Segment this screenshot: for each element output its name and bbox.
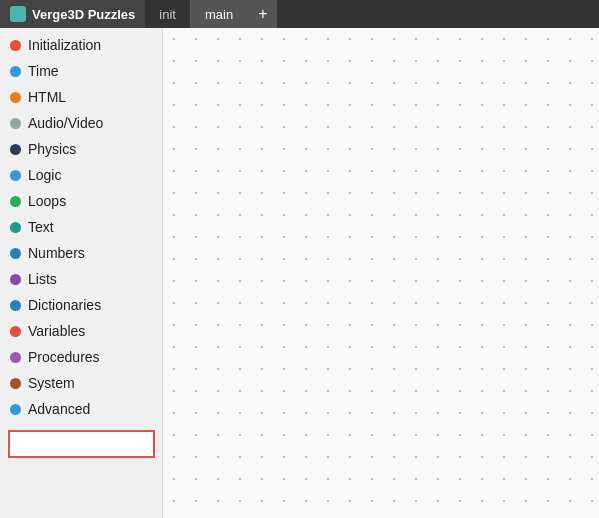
initialization-dot [10, 40, 21, 51]
text-label: Text [28, 219, 54, 235]
sidebar-item-dictionaries[interactable]: Dictionaries [0, 292, 162, 318]
sidebar-item-physics[interactable]: Physics [0, 136, 162, 162]
sidebar-item-logic[interactable]: Logic [0, 162, 162, 188]
logic-dot [10, 170, 21, 181]
loops-dot [10, 196, 21, 207]
logo-icon [10, 6, 26, 22]
lists-label: Lists [28, 271, 57, 287]
system-label: System [28, 375, 75, 391]
sidebar-item-initialization[interactable]: Initialization [0, 32, 162, 58]
advanced-dot [10, 404, 21, 415]
procedures-label: Procedures [28, 349, 100, 365]
sidebar-item-procedures[interactable]: Procedures [0, 344, 162, 370]
sidebar-item-text[interactable]: Text [0, 214, 162, 240]
sidebar-item-variables[interactable]: Variables [0, 318, 162, 344]
procedures-dot [10, 352, 21, 363]
text-dot [10, 222, 21, 233]
system-dot [10, 378, 21, 389]
sidebar: InitializationTimeHTMLAudio/VideoPhysics… [0, 28, 163, 518]
variables-label: Variables [28, 323, 85, 339]
sidebar-item-time[interactable]: Time [0, 58, 162, 84]
search-container [0, 422, 162, 466]
time-label: Time [28, 63, 59, 79]
top-bar: Verge3D Puzzles init main + [0, 0, 599, 28]
numbers-dot [10, 248, 21, 259]
sidebar-item-audio-video[interactable]: Audio/Video [0, 110, 162, 136]
audio-video-dot [10, 118, 21, 129]
logic-label: Logic [28, 167, 61, 183]
app-logo: Verge3D Puzzles [0, 0, 145, 28]
initialization-label: Initialization [28, 37, 101, 53]
svg-marker-1 [15, 11, 21, 17]
sidebar-item-html[interactable]: HTML [0, 84, 162, 110]
dictionaries-dot [10, 300, 21, 311]
sidebar-item-advanced[interactable]: Advanced [0, 396, 162, 422]
app-title: Verge3D Puzzles [32, 7, 135, 22]
tab-init[interactable]: init [145, 0, 191, 28]
sidebar-item-numbers[interactable]: Numbers [0, 240, 162, 266]
variables-dot [10, 326, 21, 337]
search-input[interactable] [8, 430, 155, 458]
sidebar-item-loops[interactable]: Loops [0, 188, 162, 214]
html-dot [10, 92, 21, 103]
add-tab-button[interactable]: + [248, 0, 277, 28]
sidebar-item-system[interactable]: System [0, 370, 162, 396]
physics-dot [10, 144, 21, 155]
audio-video-label: Audio/Video [28, 115, 103, 131]
dictionaries-label: Dictionaries [28, 297, 101, 313]
sidebar-item-lists[interactable]: Lists [0, 266, 162, 292]
numbers-label: Numbers [28, 245, 85, 261]
advanced-label: Advanced [28, 401, 90, 417]
physics-label: Physics [28, 141, 76, 157]
loops-label: Loops [28, 193, 66, 209]
time-dot [10, 66, 21, 77]
canvas-area[interactable] [163, 28, 599, 518]
lists-dot [10, 274, 21, 285]
html-label: HTML [28, 89, 66, 105]
tab-main[interactable]: main [191, 0, 248, 28]
main-area: InitializationTimeHTMLAudio/VideoPhysics… [0, 28, 599, 518]
